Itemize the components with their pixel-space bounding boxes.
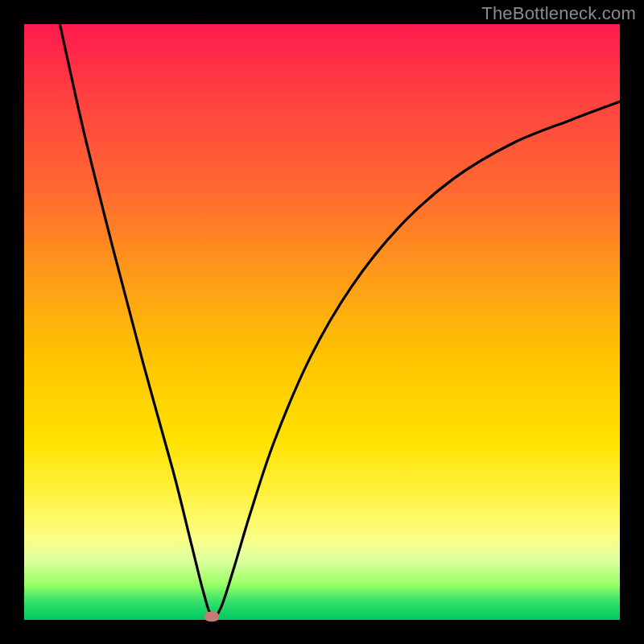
curve-layer [24,24,620,620]
minimum-marker [204,612,219,621]
chart-frame: TheBottleneck.com [0,0,644,644]
watermark-text: TheBottleneck.com [481,3,636,24]
plot-area [24,24,620,620]
bottleneck-curve [60,24,620,617]
